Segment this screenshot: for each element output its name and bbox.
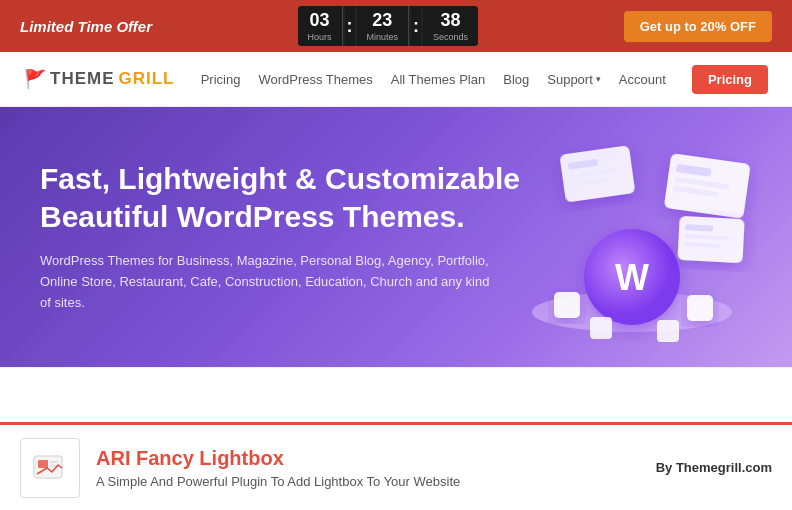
limited-offer-text: Limited Time Offer [20,18,152,35]
plugin-icon [30,448,70,488]
plugin-description: A Simple And Powerful Plugin To Add Ligh… [96,474,640,489]
discount-button[interactable]: Get up to 20% OFF [624,11,772,42]
plugin-name: ARI Fancy Lightbox [96,447,640,470]
nav-link-wp-themes[interactable]: WordPress Themes [258,72,372,87]
plugin-svg-icon [32,450,68,486]
plugin-info: ARI Fancy Lightbox A Simple And Powerful… [96,447,640,489]
nav-link-account[interactable]: Account [619,72,666,87]
nav-item-pricing[interactable]: Pricing [201,70,241,88]
plugin-author: By Themegrill.com [656,460,772,475]
logo-flag-icon: 🚩 [24,68,46,90]
seconds-value: 38 [441,10,461,32]
nav-item-support[interactable]: Support ▾ [547,72,601,87]
nav-item-all-themes-plan[interactable]: All Themes Plan [391,70,485,88]
nav-links: Pricing WordPress Themes All Themes Plan… [201,70,666,88]
hero-subtitle: WordPress Themes for Business, Magazine,… [40,251,500,313]
plugin-icon-box [20,438,80,498]
plugin-bar: ARI Fancy Lightbox A Simple And Powerful… [0,422,792,510]
hero-section: Fast, Lightweight & Customizable Beautif… [0,107,792,367]
minutes-value: 23 [372,10,392,32]
countdown-hours: 03 Hours [298,6,343,46]
nav-item-account[interactable]: Account [619,70,666,88]
card-section [0,367,792,422]
minutes-label: Minutes [367,32,399,42]
nav-link-blog[interactable]: Blog [503,72,529,87]
hours-value: 03 [310,10,330,32]
hours-label: Hours [308,32,332,42]
pricing-button[interactable]: Pricing [692,65,768,94]
svg-rect-17 [590,317,612,339]
navbar: 🚩 THEME GRILL Pricing WordPress Themes A… [0,52,792,107]
countdown-seconds: 38 Seconds [423,6,478,46]
seconds-label: Seconds [433,32,468,42]
top-banner: Limited Time Offer 03 Hours : 23 Minutes… [0,0,792,52]
hero-title: Fast, Lightweight & Customizable Beautif… [40,160,560,235]
logo[interactable]: 🚩 THEME GRILL [24,68,175,90]
colon-2: : [411,6,421,46]
nav-link-pricing[interactable]: Pricing [201,72,241,87]
svg-rect-20 [38,460,48,468]
svg-rect-11 [677,216,744,263]
svg-rect-18 [657,320,679,342]
nav-link-support[interactable]: Support ▾ [547,72,601,87]
svg-rect-16 [687,295,713,321]
hero-content: Fast, Lightweight & Customizable Beautif… [40,160,560,313]
svg-text:W: W [615,257,649,298]
nav-link-all-themes-plan[interactable]: All Themes Plan [391,72,485,87]
logo-theme-text: THEME [50,69,115,89]
countdown: 03 Hours : 23 Minutes : 38 Seconds [298,6,479,46]
colon-1: : [345,6,355,46]
countdown-minutes: 23 Minutes [357,6,410,46]
nav-item-blog[interactable]: Blog [503,70,529,88]
nav-item-wp-themes[interactable]: WordPress Themes [258,70,372,88]
chevron-down-icon: ▾ [596,74,601,84]
logo-grill-text: GRILL [119,69,175,89]
